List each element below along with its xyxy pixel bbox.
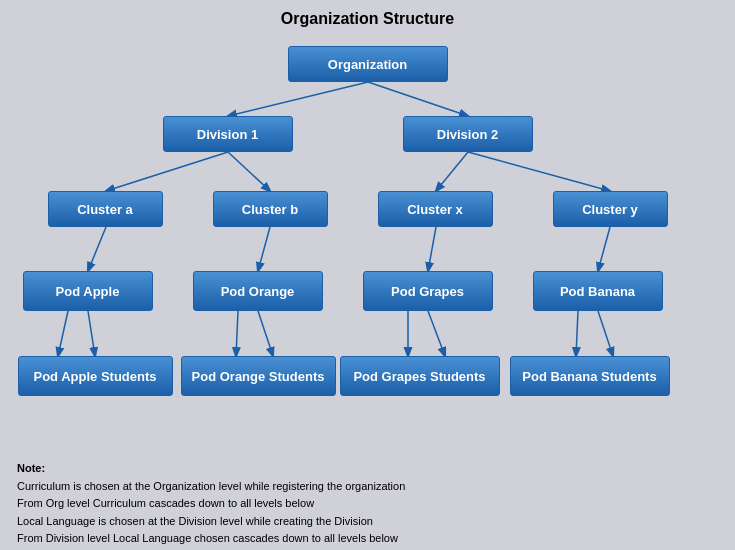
note-line-3: Local Language is chosen at the Division…: [17, 513, 720, 531]
node-cluster-x: Cluster x: [378, 191, 493, 227]
svg-line-2: [106, 152, 228, 191]
page-title: Organization Structure: [15, 10, 720, 28]
svg-line-3: [228, 152, 270, 191]
svg-line-1: [368, 82, 468, 116]
node-division1: Division 1: [163, 116, 293, 152]
svg-line-0: [228, 82, 368, 116]
notes-section: Note: Curriculum is chosen at the Organi…: [15, 460, 720, 548]
svg-line-16: [576, 311, 578, 356]
svg-line-9: [598, 227, 610, 271]
node-cluster-a: Cluster a: [48, 191, 163, 227]
node-pod-banana-students: Pod Banana Students: [510, 356, 670, 396]
note-title: Note:: [17, 462, 45, 474]
note-line-2: From Org level Curriculum cascades down …: [17, 495, 720, 513]
svg-line-4: [436, 152, 468, 191]
node-pod-orange-students: Pod Orange Students: [181, 356, 336, 396]
svg-line-8: [428, 227, 436, 271]
node-pod-grapes-students: Pod Grapes Students: [340, 356, 500, 396]
chart-area: Organization Division 1 Division 2 Clust…: [18, 36, 718, 456]
svg-line-17: [598, 311, 613, 356]
svg-line-7: [258, 227, 270, 271]
svg-line-15: [428, 311, 445, 356]
node-pod-apple-students: Pod Apple Students: [18, 356, 173, 396]
node-cluster-y: Cluster y: [553, 191, 668, 227]
svg-line-6: [88, 227, 106, 271]
node-cluster-b: Cluster b: [213, 191, 328, 227]
node-pod-apple: Pod Apple: [23, 271, 153, 311]
note-line-1: Curriculum is chosen at the Organization…: [17, 478, 720, 496]
node-pod-banana: Pod Banana: [533, 271, 663, 311]
node-pod-orange: Pod Orange: [193, 271, 323, 311]
node-division2: Division 2: [403, 116, 533, 152]
svg-line-13: [258, 311, 273, 356]
node-pod-grapes: Pod Grapes: [363, 271, 493, 311]
svg-line-5: [468, 152, 610, 191]
node-organization: Organization: [288, 46, 448, 82]
svg-line-10: [58, 311, 68, 356]
note-line-4: From Division level Local Language chose…: [17, 530, 720, 548]
page: Organization Structure: [0, 0, 735, 550]
svg-line-11: [88, 311, 95, 356]
svg-line-12: [236, 311, 238, 356]
